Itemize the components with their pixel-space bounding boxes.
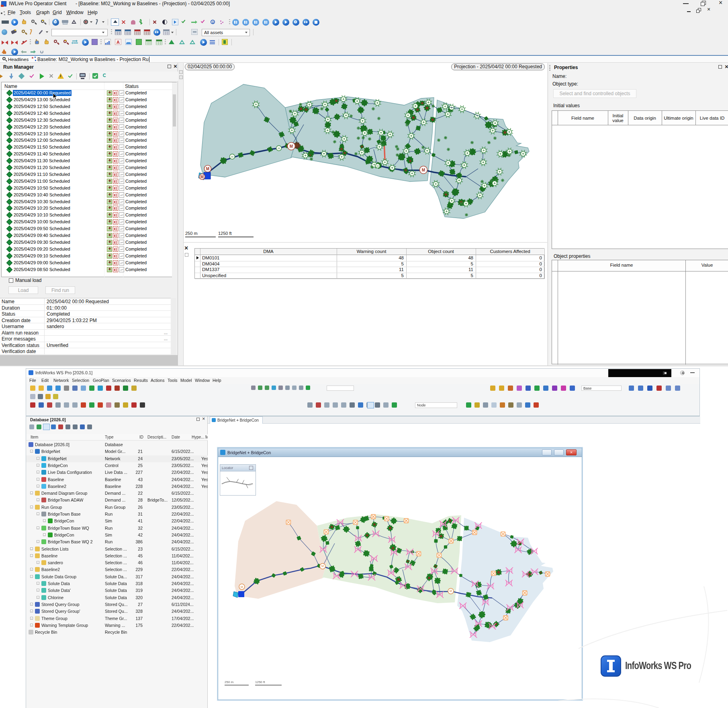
svg-text:M: M: [200, 175, 204, 179]
svg-text:M: M: [321, 565, 324, 567]
svg-text:M: M: [241, 586, 243, 588]
svg-text:M: M: [206, 167, 209, 171]
svg-text:M: M: [290, 144, 293, 149]
svg-text:H: H: [376, 165, 378, 167]
svg-text:H: H: [231, 155, 233, 158]
svg-text:M: M: [422, 168, 425, 172]
svg-text:M: M: [450, 590, 452, 592]
svg-text:H: H: [278, 147, 280, 150]
